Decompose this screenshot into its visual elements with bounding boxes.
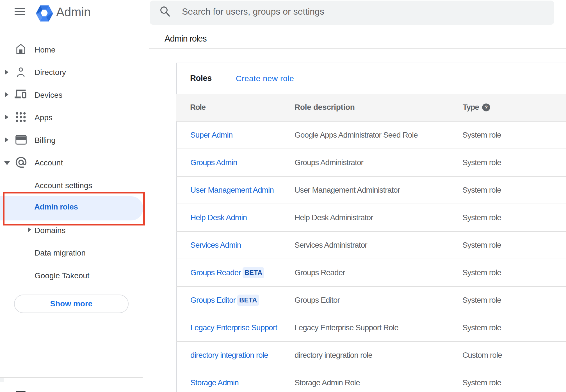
- svg-text:?: ?: [485, 104, 488, 110]
